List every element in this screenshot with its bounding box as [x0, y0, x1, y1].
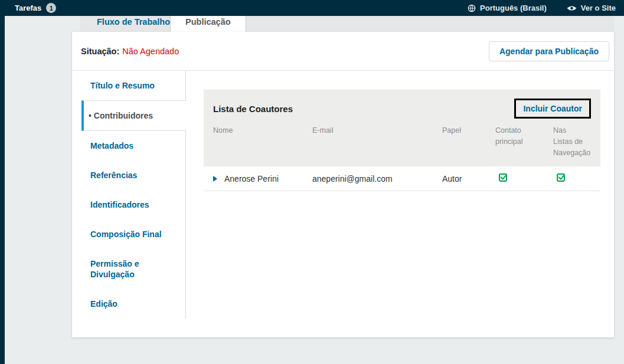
column-header-email: E-mail: [312, 125, 442, 158]
sidebar-item-title-abstract[interactable]: Título e Resumo: [81, 71, 186, 100]
column-header-name: Nome: [213, 125, 312, 158]
contributor-row: Anerose Perini aneperini@gmail.com Autor: [204, 166, 600, 191]
add-contributor-link[interactable]: Incluir Coautor: [523, 104, 582, 113]
highlight-box: Incluir Coautor: [514, 99, 591, 119]
sidebar-item-references[interactable]: Referências: [81, 160, 186, 190]
contributors-grid-title: Lista de Coautores: [213, 104, 293, 114]
contributor-email: aneperini@gmail.com: [312, 174, 442, 183]
contributors-grid: Lista de Coautores Incluir Coautor Nome …: [204, 90, 600, 191]
publication-panel: Situação:Não Agendado Agendar para Publi…: [72, 32, 614, 337]
globe-icon: [468, 4, 476, 12]
status-label: Situação:: [81, 47, 119, 56]
column-header-role: Papel: [442, 125, 495, 158]
browse-lists-checked-icon: [557, 173, 565, 182]
row-expander-icon[interactable]: [213, 176, 217, 182]
top-navigation-bar: Tarefas 1 Português (Brasil) Ver o Site: [0, 0, 624, 16]
publication-section-menu: Título e Resumo Contribuidores Metadados…: [81, 71, 186, 337]
sidebar-item-permissions[interactable]: Permissão e Divulgação: [81, 249, 186, 289]
contributor-role: Autor: [442, 174, 495, 183]
view-site-link[interactable]: Ver o Site: [567, 4, 616, 12]
column-header-primary-contact: Contato principal: [495, 125, 553, 158]
primary-contact-checked-icon: [499, 173, 507, 182]
contributor-name: Anerose Perini: [224, 174, 279, 183]
language-selector[interactable]: Português (Brasil): [468, 4, 547, 12]
sidebar-item-metadata[interactable]: Metadados: [81, 131, 186, 160]
app-sidebar-edge: [0, 0, 5, 364]
tasks-button[interactable]: Tarefas 1: [15, 3, 56, 13]
view-site-label: Ver o Site: [581, 4, 616, 12]
status-value: Não Agendado: [122, 47, 179, 56]
tasks-count-badge: 1: [46, 3, 56, 13]
publication-status-bar: Situação:Não Agendado Agendar para Publi…: [72, 32, 614, 71]
schedule-publication-button[interactable]: Agendar para Publicação: [489, 41, 609, 61]
column-header-browse-lists: Nas Listas de Navegação: [553, 125, 600, 158]
eye-icon: [567, 5, 577, 12]
language-label: Português (Brasil): [480, 4, 547, 12]
sidebar-item-issue[interactable]: Edição: [81, 289, 186, 319]
tasks-label: Tarefas: [15, 4, 41, 12]
sidebar-item-galleys[interactable]: Composição Final: [81, 219, 186, 249]
sidebar-item-contributors[interactable]: Contribuidores: [81, 100, 187, 131]
sidebar-item-identifiers[interactable]: Identificadores: [81, 190, 186, 219]
